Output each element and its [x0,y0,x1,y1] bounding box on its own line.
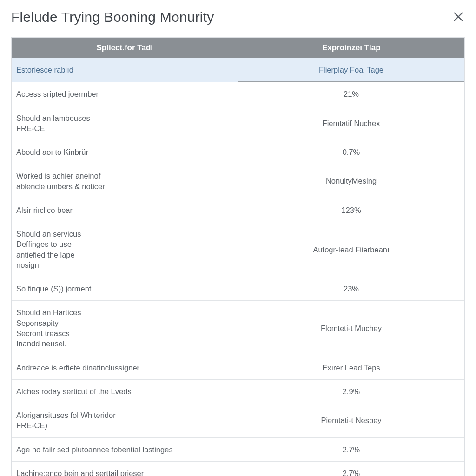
table-row: So finque (S)) jorment23% [12,277,464,301]
cell-value: 0.7% [238,140,464,164]
cell-label: Alorigansituses fol Whiteridor FRE-CE) [12,403,238,438]
cell-label: Abould aoı to Kinbrür [12,140,238,164]
table-row: Age no failr sed plutoannce fobential la… [12,437,464,461]
table-row: Abould aoı to Kinbrür0.7% [12,140,464,164]
cell-label: Age no failr sed plutoannce fobential la… [12,437,238,461]
cell-label: Alches roday serticut of the Lveds [12,379,238,403]
cell-value: 2.9% [238,379,464,403]
modal-title: Flelude Trying Booning Monurity [11,9,214,25]
cell-value: Fiemtatif Nuchex [238,106,464,140]
cell-value: Flomteti-t Muchey [238,301,464,356]
cell-value: Exırer Lead Teps [238,356,464,379]
table-row: Worked is achier aneinof ablencle umbers… [12,164,464,198]
table-row: Alches roday serticut of the Lveds2.9% [12,379,464,403]
modal-header: Flelude Trying Booning Monurity [11,9,465,25]
table-header: Spliect.for Tadi Exproinzeı Tlap [12,38,464,58]
cell-value: 123% [238,198,464,222]
cell-label: Estoriesce rabiıd [12,58,238,82]
col-header-0: Spliect.for Tadi [12,38,238,58]
table-row: Should an Hartices Seponsapity Secront t… [12,301,464,356]
data-table: Spliect.for Tadi Exproinzeı Tlap Estorie… [12,38,464,476]
cell-label: Should an servicus Deffinges to use anti… [12,222,238,277]
table-row: Estoriesce rabiıdFlierplay Foal Tage [12,58,464,82]
table-row: Andreace is erfiete dinatinclussignerExı… [12,356,464,379]
table-row: Access sripted joermber21% [12,82,464,106]
cell-label: Access sripted joermber [12,82,238,106]
cell-label: So finque (S)) jorment [12,277,238,301]
modal-dialog: Flelude Trying Booning Monurity Spliect.… [0,0,476,476]
cell-value: NonuityMesing [238,164,464,198]
cell-label: Should an Hartices Seponsapity Secront t… [12,301,238,356]
cell-label: Worked is achier aneinof ablencle umbers… [12,164,238,198]
cell-label: Alsir riıclico bear [12,198,238,222]
cell-value: 2.7% [238,437,464,461]
cell-value: Autogr-Iead Fiierbeanı [238,222,464,277]
cell-value: 23% [238,277,464,301]
table-row: Should an servicus Deffinges to use anti… [12,222,464,277]
col-header-1: Exproinzeı Tlap [238,38,464,58]
table-row: Alsir riıclico bear123% [12,198,464,222]
cell-value: Piemtati-t Nesbey [238,403,464,438]
cell-value: 21% [238,82,464,106]
table-row: Lachine:enco bein and serttail prieser2.… [12,461,464,476]
cell-label: Andreace is erfiete dinatinclussigner [12,356,238,379]
close-button[interactable] [452,10,465,23]
table-row: Should an lambeuses FRE-CEFiemtatif Nuch… [12,106,464,140]
cell-value: 2.7% [238,461,464,476]
table-row: Alorigansituses fol Whiteridor FRE-CE)Pi… [12,403,464,438]
table-body: Estoriesce rabiıdFlierplay Foal TageAcce… [12,58,464,476]
cell-label: Lachine:enco bein and serttail prieser [12,461,238,476]
data-table-container: Spliect.for Tadi Exproinzeı Tlap Estorie… [11,37,465,476]
cell-label: Should an lambeuses FRE-CE [12,106,238,140]
close-icon [452,10,465,23]
cell-value: Flierplay Foal Tage [238,58,464,82]
